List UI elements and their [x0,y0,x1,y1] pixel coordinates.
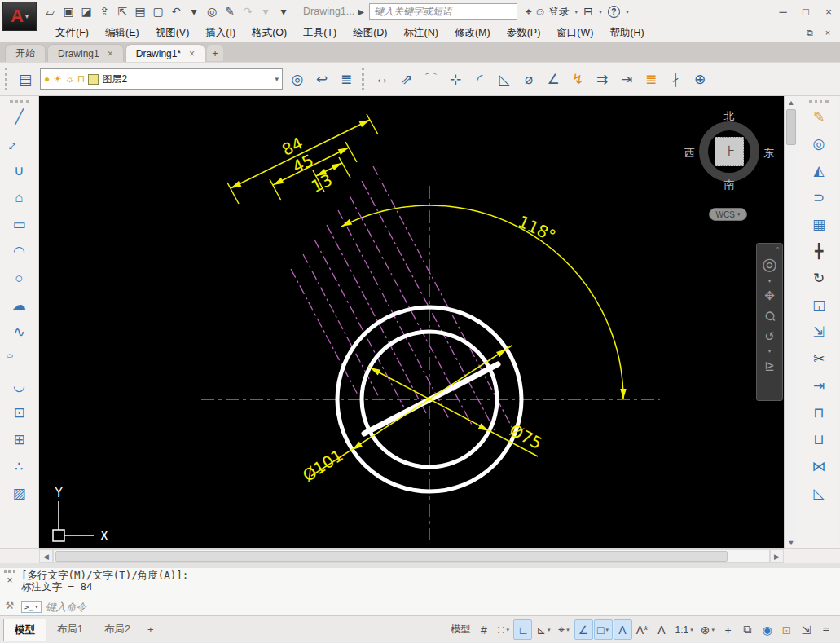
dim-angular-icon[interactable]: ∠ [541,65,565,93]
annotation-scale-icon[interactable]: Λ [653,619,671,640]
login-button[interactable]: 登录 [548,5,569,19]
scroll-up-icon[interactable]: ▲ [785,96,798,108]
drawing-canvas[interactable]: 84 45 13 118° Ø101 Ø75 Y X [39,96,784,548]
array-icon[interactable]: ▦ [805,211,833,238]
chamfer-icon[interactable]: ◺ [805,480,833,507]
layer-dropdown[interactable]: ● ☀ ☼ ⊓ 图层2 ▾ [40,68,283,90]
vertical-scrollbar[interactable]: ▲ ▼ [784,96,798,548]
help-dropdown-icon[interactable]: ▾ [626,8,629,15]
save-as-icon[interactable]: ◪ [78,3,95,20]
rotate-icon[interactable]: ↻ [805,265,833,292]
tab-close-icon[interactable]: × [189,48,195,59]
tab-start[interactable]: 开始 [5,44,46,62]
object-snap-settings-icon[interactable]: □▾ [594,619,613,640]
user-icon[interactable]: ☺ [534,5,546,18]
layout1-tab[interactable]: 布局1 [46,619,94,641]
extend-icon[interactable]: ⇥ [805,372,833,399]
workspace-switching-icon[interactable]: ⊛▾ [697,619,718,640]
polygon-icon[interactable]: ⌂ [6,184,33,211]
application-menu-button[interactable]: A▾ [2,2,37,31]
scale-icon[interactable]: ◱ [805,292,833,319]
dim-break-icon[interactable]: ∤ [663,65,688,93]
modify-toolbar-grip[interactable] [809,100,829,103]
point-icon[interactable]: ∴ [6,453,33,480]
create-block-icon[interactable]: ⊞ [6,426,33,453]
command-grip[interactable] [4,570,15,573]
dim-ordinate-icon[interactable]: ⊹ [443,65,468,93]
tab-drawing1-modified[interactable]: Drawing1*× [125,44,205,62]
zoom-icon[interactable]: Ϙ [759,306,781,327]
ellipse-icon[interactable]: ○ [6,351,33,368]
steering-wheel-icon[interactable]: ◎ [762,252,776,276]
draw-toolbar-grip[interactable] [10,100,29,103]
annotation-visibility-icon[interactable]: Λ [614,619,632,640]
navbar-close-icon[interactable]: ∘ [776,244,780,252]
circle-icon[interactable]: ○ [6,265,33,292]
object-snap-tracking-icon[interactable]: ⌖▾ [555,619,574,640]
doc-restore-icon[interactable]: ⧉ [801,25,819,40]
search-icon[interactable]: ⌖ [526,5,532,19]
isolate-objects-icon[interactable]: ⧉ [738,619,757,640]
tab-drawing1[interactable]: Drawing1× [47,44,124,62]
dim-continue-icon[interactable]: ⇥ [614,65,639,93]
move-icon[interactable]: ╋ [805,238,833,265]
stretch-icon[interactable]: ⇲ [805,319,833,346]
undo-icon[interactable]: ↶ [168,3,184,20]
make-layer-current-icon[interactable]: ◎ [285,65,310,93]
polar-tracking-icon[interactable]: ⊾▾ [533,619,553,640]
viewcube-north-label[interactable]: 北 [690,109,768,124]
dim-baseline-icon[interactable]: ⇉ [590,65,614,93]
upload-icon[interactable]: ⇪ [96,3,112,20]
wcs-badge[interactable]: WCS▾ [709,208,747,221]
new-tab-button[interactable]: + [207,45,223,61]
dim-linear-icon[interactable]: ↔ [370,65,394,93]
customization-icon[interactable]: ≡ [816,619,835,640]
scroll-down-icon[interactable]: ▼ [785,536,798,548]
redo-icon[interactable]: ↷ [240,3,256,20]
dim-quick-icon[interactable]: ↯ [565,65,590,93]
annotation-scale-value[interactable]: 1:1▾ [672,619,697,640]
dim-space-icon[interactable]: ≣ [639,65,663,93]
close-icon[interactable]: × [817,2,840,20]
grid-display-icon[interactable]: # [474,619,493,640]
viewcube-east-label[interactable]: 东 [763,146,774,161]
horizontal-scrollbar[interactable] [53,549,770,563]
exchange-dropdown-icon[interactable]: ▾ [599,8,602,15]
open-icon[interactable]: ▱ [42,3,59,20]
revision-cloud-icon[interactable]: ☁ [6,292,33,319]
insert-block-icon[interactable]: ⊡ [6,399,33,426]
object-snap-icon[interactable]: ∠ [574,619,593,640]
arc-icon[interactable]: ◠ [6,238,33,265]
tab-close-icon[interactable]: × [108,48,113,59]
dim-tolerance-icon[interactable]: ⊕ [688,65,712,93]
command-wrench-icon[interactable]: ⚒ [6,600,15,611]
command-close-icon[interactable]: × [7,576,12,584]
viewcube-west-label[interactable]: 西 [684,146,695,161]
minimize-icon[interactable]: ─ [772,2,794,20]
wheel-dropdown-icon[interactable]: ▾ [767,276,771,285]
ortho-icon[interactable]: ∟ [513,619,532,640]
showmotion-icon[interactable]: ⊵ [764,355,775,376]
maximize-icon[interactable]: □ [794,2,817,20]
redo-dropdown-icon[interactable]: ▾ [257,3,274,20]
spline-icon[interactable]: ∿ [6,319,33,346]
viewcube[interactable]: 上 北 南 西 东 [690,109,768,192]
join-icon[interactable]: ⋈ [805,453,833,480]
snap-mode-icon[interactable]: ∷▾ [494,619,512,640]
preview-icon[interactable]: ◎ [204,3,220,20]
viewcube-south-label[interactable]: 南 [690,178,768,192]
help-icon[interactable]: ? [608,6,620,18]
title-flyout-icon[interactable]: ▶ [358,7,364,16]
layer-toolbar-grip[interactable] [5,68,10,90]
rectangle-icon[interactable]: ▭ [6,211,33,238]
undo-dropdown-icon[interactable]: ▾ [186,3,202,20]
combo-chevron-down-icon[interactable]: ▾ [275,75,279,83]
annotation-autoscale-icon[interactable]: Λ* [633,619,652,640]
dim-toolbar-grip[interactable] [362,68,367,90]
orbit-icon[interactable]: ↺ [764,326,775,346]
trim-icon[interactable]: ✂ [805,346,833,372]
dim-arc-length-icon[interactable]: ⌒ [419,65,443,93]
markup-icon[interactable]: ✎ [222,3,238,20]
hatch-icon[interactable]: ▨ [6,480,33,507]
break-at-point-icon[interactable]: ⊓ [805,399,833,426]
